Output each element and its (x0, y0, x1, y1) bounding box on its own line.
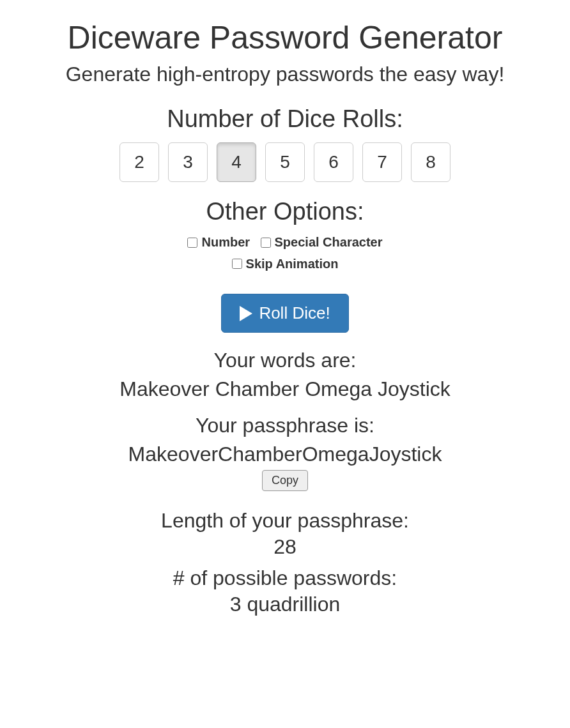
copy-button[interactable]: Copy (262, 470, 308, 491)
passphrase-label: Your passphrase is: (19, 414, 551, 437)
special-char-label-text: Special Character (275, 235, 383, 250)
skip-animation-label-text: Skip Animation (246, 257, 339, 271)
number-checkbox[interactable] (187, 238, 197, 248)
other-options-heading: Other Options: (19, 198, 551, 225)
special-char-option[interactable]: Special Character (261, 235, 383, 250)
play-icon (240, 306, 252, 321)
possible-passwords-value: 3 quadrillion (19, 593, 551, 616)
dice-option-4[interactable]: 4 (217, 142, 256, 182)
special-char-checkbox[interactable] (261, 238, 271, 248)
page-subtitle: Generate high-entropy passwords the easy… (19, 63, 551, 86)
dice-option-2[interactable]: 2 (119, 142, 159, 182)
page-title: Diceware Password Generator (19, 19, 551, 56)
length-value: 28 (19, 535, 551, 559)
length-label: Length of your passphrase: (19, 509, 551, 533)
number-label-text: Number (201, 235, 250, 250)
dice-option-6[interactable]: 6 (314, 142, 353, 182)
words-value: Makeover Chamber Omega Joystick (19, 377, 551, 401)
dice-option-7[interactable]: 7 (362, 142, 402, 182)
skip-animation-option[interactable]: Skip Animation (232, 257, 339, 271)
skip-animation-checkbox[interactable] (232, 259, 242, 269)
dice-rolls-heading: Number of Dice Rolls: (19, 105, 551, 133)
roll-dice-button[interactable]: Roll Dice! (221, 294, 348, 333)
dice-option-8[interactable]: 8 (411, 142, 451, 182)
options-row-1: Number Special Character (19, 235, 551, 250)
possible-passwords-label: # of possible passwords: (19, 566, 551, 590)
dice-button-group: 2 3 4 5 6 7 8 (19, 142, 551, 182)
passphrase-value: MakeoverChamberOmegaJoystick (19, 443, 551, 466)
roll-dice-label: Roll Dice! (259, 303, 330, 323)
dice-option-3[interactable]: 3 (168, 142, 208, 182)
words-label: Your words are: (19, 349, 551, 372)
options-row-2: Skip Animation (19, 257, 551, 272)
dice-option-5[interactable]: 5 (265, 142, 305, 182)
number-option[interactable]: Number (187, 235, 250, 250)
